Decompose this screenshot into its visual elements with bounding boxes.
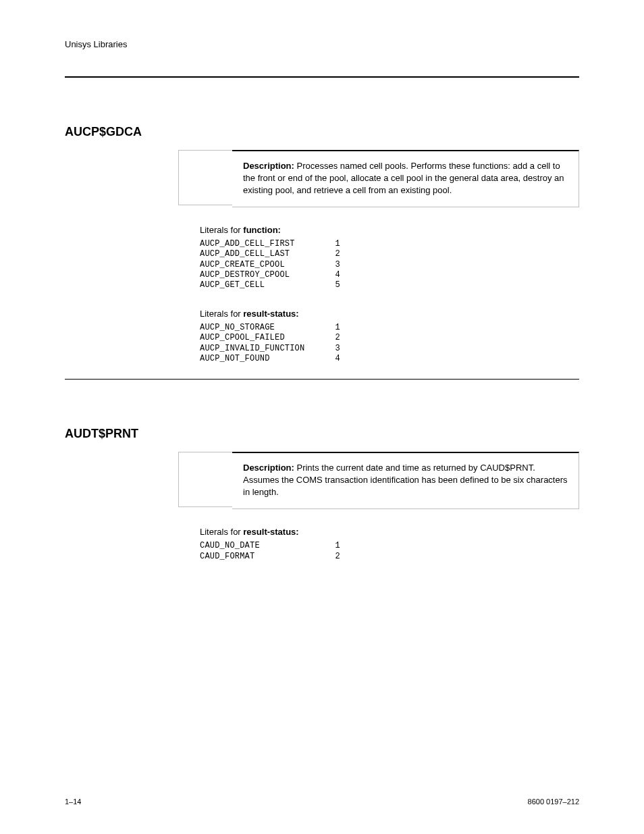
literals-label: Literals for: [200, 309, 243, 319]
header-rule: [65, 76, 579, 78]
constant-row: CAUD_NO_DATE1: [200, 541, 579, 551]
constant-value: 1: [328, 323, 340, 333]
literals-key: function:: [243, 225, 281, 235]
constants-block: CAUD_NO_DATE1 CAUD_FORMAT2: [200, 541, 579, 562]
constant-value: 4: [328, 354, 340, 364]
constant-value: 2: [328, 249, 340, 259]
constant-name: AUCP_GET_CELL: [200, 280, 328, 290]
constants-block: AUCP_NO_STORAGE1 AUCP_CPOOL_FAILED2 AUCP…: [200, 323, 579, 364]
literals-label: Literals for: [200, 225, 243, 235]
constant-name: AUCP_ADD_CELL_FIRST: [200, 239, 328, 249]
constant-row: AUCP_GET_CELL5: [200, 280, 579, 290]
constant-name: CAUD_NO_DATE: [200, 541, 328, 551]
literals-heading: Literals for result-status:: [200, 527, 579, 537]
section-title-audt: AUDT$PRNT: [65, 427, 579, 441]
description-body: Description: Prints the current date and…: [232, 452, 579, 509]
footer-left: 1–14: [65, 798, 81, 806]
constant-value: 1: [328, 239, 340, 249]
constant-value: 3: [328, 344, 340, 354]
constant-value: 3: [328, 260, 340, 270]
constant-row: AUCP_CPOOL_FAILED2: [200, 333, 579, 343]
constant-row: AUCP_NO_STORAGE1: [200, 323, 579, 333]
constant-name: CAUD_FORMAT: [200, 552, 328, 562]
constant-row: AUCP_NOT_FOUND4: [200, 354, 579, 364]
constant-name: AUCP_ADD_CELL_LAST: [200, 249, 328, 259]
literals-heading: Literals for function:: [200, 225, 579, 235]
constants-block: AUCP_ADD_CELL_FIRST1 AUCP_ADD_CELL_LAST2…: [200, 239, 579, 291]
constant-name: AUCP_CREATE_CPOOL: [200, 260, 328, 270]
footer-right: 8600 0197–212: [528, 798, 579, 806]
description-row: Description: Prints the current date and…: [65, 452, 579, 509]
constant-value: 1: [328, 541, 340, 551]
literals-key: result-status:: [243, 309, 298, 319]
constant-value: 2: [328, 552, 340, 562]
constant-row: AUCP_DESTROY_CPOOL4: [200, 270, 579, 280]
description-tab-shape: [178, 452, 232, 507]
description-lead: Description:: [243, 463, 296, 473]
constant-row: AUCP_ADD_CELL_LAST2: [200, 249, 579, 259]
description-lead: Description:: [243, 161, 296, 171]
constant-row: AUCP_CREATE_CPOOL3: [200, 260, 579, 270]
description-body: Description: Processes named cell pools.…: [232, 150, 579, 207]
constant-row: AUCP_ADD_CELL_FIRST1: [200, 239, 579, 249]
description-row: Description: Processes named cell pools.…: [65, 150, 579, 207]
section-title-aucp: AUCP$GDCA: [65, 125, 579, 139]
literals-label: Literals for: [200, 527, 243, 537]
constant-value: 4: [328, 270, 340, 280]
literals-heading: Literals for result-status:: [200, 309, 579, 319]
constant-row: AUCP_INVALID_FUNCTION3: [200, 344, 579, 354]
constant-row: CAUD_FORMAT2: [200, 552, 579, 562]
constant-name: AUCP_DESTROY_CPOOL: [200, 270, 328, 280]
constant-name: AUCP_NOT_FOUND: [200, 354, 328, 364]
section-end-rule: [65, 379, 579, 380]
constant-name: AUCP_NO_STORAGE: [200, 323, 328, 333]
constant-value: 2: [328, 333, 340, 343]
constant-value: 5: [328, 280, 340, 290]
literals-key: result-status:: [243, 527, 298, 537]
page-footer: 1–14 8600 0197–212: [65, 798, 579, 806]
constant-name: AUCP_INVALID_FUNCTION: [200, 344, 328, 354]
description-tab-shape: [178, 150, 232, 205]
constant-name: AUCP_CPOOL_FAILED: [200, 333, 328, 343]
header-title: Unisys Libraries: [65, 39, 579, 49]
